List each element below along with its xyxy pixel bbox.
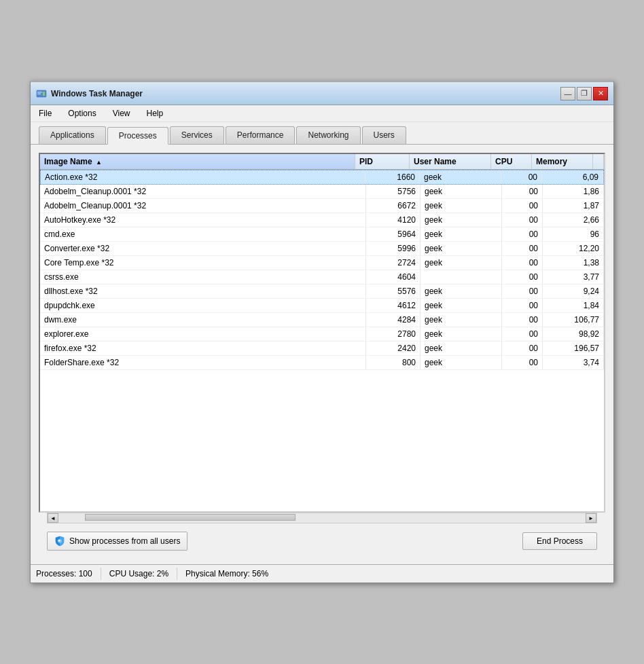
table-cell: geek — [420, 170, 501, 184]
table-row[interactable]: dllhost.exe *325576geek009,24 — [40, 284, 604, 299]
minimize-button[interactable]: — — [560, 87, 575, 100]
table-cell — [421, 270, 502, 284]
table-cell: FolderShare.exe *32 — [40, 356, 366, 369]
table-cell: 2724 — [366, 256, 421, 270]
table-cell: Core Temp.exe *32 — [40, 256, 366, 270]
col-memory[interactable]: Memory — [532, 154, 593, 169]
table-cell: 00 — [502, 356, 543, 369]
bottom-area: ✦ Show processes from all users End Proc… — [39, 526, 605, 556]
table-cell: 00 — [502, 270, 543, 284]
table-cell: geek — [421, 313, 502, 327]
table-cell: 00 — [502, 313, 543, 327]
table-row[interactable]: Adobelm_Cleanup.0001 *325756geek001,86 — [40, 185, 604, 199]
table-cell: geek — [421, 356, 502, 369]
horizontal-scrollbar[interactable]: ◄ ► — [47, 513, 597, 523]
tab-users[interactable]: Users — [362, 126, 406, 144]
menu-options[interactable]: Options — [65, 107, 99, 119]
table-cell: explorer.exe — [40, 327, 366, 341]
table-cell: 2780 — [366, 327, 421, 341]
table-cell: 4284 — [366, 313, 421, 327]
table-cell: 00 — [502, 227, 543, 241]
sort-arrow: ▲ — [96, 159, 102, 166]
table-cell: 4604 — [366, 270, 421, 284]
table-cell: 00 — [502, 185, 543, 198]
table-cell: 9,24 — [543, 284, 604, 298]
show-processes-button[interactable]: ✦ Show processes from all users — [47, 532, 187, 551]
show-processes-label: Show processes from all users — [69, 536, 180, 546]
table-cell: 1,38 — [543, 256, 604, 270]
table-row[interactable]: AutoHotkey.exe *324120geek002,66 — [40, 213, 604, 227]
tab-networking[interactable]: Networking — [296, 126, 360, 144]
table-cell: AutoHotkey.exe *32 — [40, 213, 366, 227]
col-cpu[interactable]: CPU — [491, 154, 532, 169]
table-row[interactable]: dwm.exe4284geek00106,77 — [40, 313, 604, 327]
table-row[interactable]: Converter.exe *325996geek0012,20 — [40, 242, 604, 256]
table-row[interactable]: cmd.exe5964geek0096 — [40, 227, 604, 242]
table-cell: 98,92 — [543, 327, 604, 341]
table-cell: dllhost.exe *32 — [40, 284, 366, 298]
tabs-area: Applications Processes Services Performa… — [31, 122, 613, 145]
table-cell: 2420 — [366, 342, 421, 355]
table-cell: 12,20 — [543, 242, 604, 255]
table-cell: geek — [421, 227, 502, 241]
table-row[interactable]: Adobelm_Cleanup.0001 *326672geek001,87 — [40, 199, 604, 213]
svg-rect-3 — [43, 92, 45, 96]
status-cpu: CPU Usage: 2% — [109, 568, 177, 580]
menu-help[interactable]: Help — [144, 107, 166, 119]
table-cell: csrss.exe — [40, 270, 366, 284]
table-cell: 00 — [502, 213, 543, 227]
menu-view[interactable]: View — [110, 107, 133, 119]
table-cell: cmd.exe — [40, 227, 366, 241]
tab-processes[interactable]: Processes — [107, 127, 168, 145]
table-cell: 00 — [502, 242, 543, 255]
table-cell: 00 — [502, 299, 543, 312]
end-process-button[interactable]: End Process — [522, 532, 597, 550]
table-row[interactable]: FolderShare.exe *32800geek003,74 — [40, 356, 604, 370]
table-cell: 00 — [501, 170, 542, 184]
table-cell: Converter.exe *32 — [40, 242, 366, 255]
table-row[interactable]: firefox.exe *322420geek00196,57 — [40, 342, 604, 356]
tab-services[interactable]: Services — [170, 126, 224, 144]
table-cell: 00 — [502, 256, 543, 270]
end-process-label: End Process — [537, 536, 583, 546]
content-area: Image Name ▲ PID User Name CPU Memory Ac… — [31, 145, 613, 564]
table-cell: 00 — [502, 199, 543, 213]
table-cell: Adobelm_Cleanup.0001 *32 — [40, 199, 366, 213]
table-row[interactable]: dpupdchk.exe4612geek001,84 — [40, 299, 604, 313]
process-table: Image Name ▲ PID User Name CPU Memory Ac… — [39, 153, 605, 513]
table-cell: dwm.exe — [40, 313, 366, 327]
col-pid[interactable]: PID — [355, 154, 410, 169]
table-row[interactable]: explorer.exe2780geek0098,92 — [40, 327, 604, 342]
restore-button[interactable]: ❐ — [577, 87, 592, 100]
col-scroll-spacer — [593, 154, 604, 169]
table-cell: dpupdchk.exe — [40, 299, 366, 312]
table-cell: 2,66 — [543, 213, 604, 227]
scroll-thumb[interactable] — [85, 514, 296, 521]
table-row[interactable]: Core Temp.exe *322724geek001,38 — [40, 256, 604, 270]
scroll-right-button[interactable]: ► — [586, 513, 596, 523]
tab-applications[interactable]: Applications — [39, 126, 106, 144]
table-cell: 96 — [543, 227, 604, 241]
table-cell: geek — [421, 242, 502, 255]
table-cell: 1,87 — [543, 199, 604, 213]
table-cell: Action.exe *32 — [41, 170, 365, 184]
table-row[interactable]: Action.exe *321660geek006,09 — [40, 170, 604, 185]
table-cell: firefox.exe *32 — [40, 342, 366, 355]
close-button[interactable]: ✕ — [593, 87, 608, 100]
task-manager-window: Windows Task Manager — ❐ ✕ File Options … — [30, 81, 614, 583]
title-buttons: — ❐ ✕ — [560, 87, 608, 100]
table-cell: 1660 — [365, 170, 420, 184]
table-cell: 4120 — [366, 213, 421, 227]
col-username[interactable]: User Name — [410, 154, 491, 169]
tab-performance[interactable]: Performance — [226, 126, 296, 144]
scroll-left-button[interactable]: ◄ — [48, 513, 58, 523]
col-image-name[interactable]: Image Name ▲ — [40, 154, 355, 169]
menu-file[interactable]: File — [36, 107, 54, 119]
table-cell: 1,86 — [543, 185, 604, 198]
table-cell: geek — [421, 213, 502, 227]
svg-rect-1 — [37, 92, 42, 93]
table-body[interactable]: Action.exe *321660geek006,09Adobelm_Clea… — [40, 170, 604, 511]
scroll-track[interactable] — [58, 513, 586, 523]
table-row[interactable]: csrss.exe4604003,77 — [40, 270, 604, 284]
table-cell: 4612 — [366, 299, 421, 312]
